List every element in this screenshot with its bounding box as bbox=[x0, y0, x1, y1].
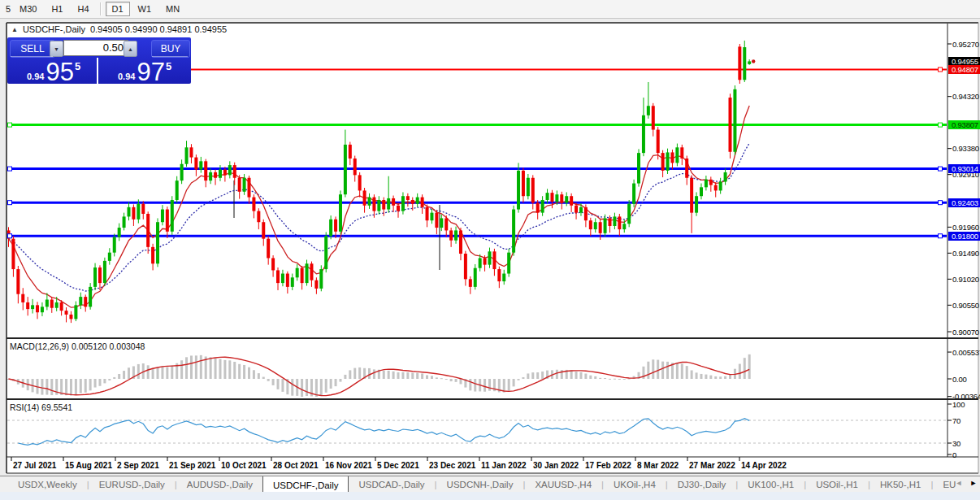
tab-usdchf-daily[interactable]: USDCHF-,Daily bbox=[262, 476, 349, 493]
level-handle bbox=[939, 123, 943, 127]
date-tick-label: 16 Nov 2021 bbox=[325, 461, 372, 470]
rsi-tick-label: 100 bbox=[952, 400, 965, 409]
tab-uk100-h1[interactable]: UK100-,H1 bbox=[738, 476, 804, 493]
level-handle bbox=[8, 167, 12, 171]
chart-ohlc-values: 0.94905 0.94990 0.94891 0.94955 bbox=[90, 24, 227, 34]
collapse-icon[interactable]: ▲ bbox=[11, 26, 18, 33]
level-handle bbox=[939, 67, 943, 72]
tab-ukoil-h4[interactable]: UKOil-,H4 bbox=[604, 476, 666, 493]
volume-increase-button[interactable]: ▲ bbox=[124, 41, 137, 57]
status-strip bbox=[0, 492, 980, 500]
rsi-tick-label: 70 bbox=[952, 416, 960, 425]
price-tick-label: 0.90550 bbox=[952, 301, 979, 310]
bid-prefix: 0.94 bbox=[27, 72, 44, 81]
ask-prefix: 0.94 bbox=[118, 72, 135, 81]
sell-button[interactable]: SELL bbox=[10, 40, 55, 58]
date-tick-label: 30 Jan 2022 bbox=[533, 461, 579, 470]
macd-values: 0.005120 0.003048 bbox=[72, 341, 145, 351]
date-tick-label: 17 Feb 2022 bbox=[585, 461, 631, 470]
level-badge-green: 0.93807 bbox=[948, 120, 980, 129]
buy-groove bbox=[152, 56, 188, 57]
date-tick-label: 14 Apr 2022 bbox=[741, 461, 787, 470]
date-tick-label: 15 Aug 2021 bbox=[65, 461, 112, 470]
ask-sup-digit: 5 bbox=[166, 60, 171, 72]
level-handle bbox=[8, 201, 12, 205]
tab-audusd-daily[interactable]: AUDUSD-,Daily bbox=[177, 476, 262, 493]
volume-input[interactable]: 0.50 bbox=[63, 40, 128, 56]
date-tick-label: 10 Oct 2021 bbox=[221, 461, 267, 470]
tab-usdcnh-daily[interactable]: USDCNH-,Daily bbox=[437, 476, 523, 493]
rsi-value: 69.5541 bbox=[41, 402, 72, 412]
tab-scroll-left-button[interactable]: ◄ bbox=[954, 477, 964, 489]
date-tick-label: 23 Dec 2021 bbox=[429, 461, 475, 470]
price-tick-label: 0.91020 bbox=[952, 275, 979, 284]
tab-eurusd-daily[interactable]: EURUSD-,Daily bbox=[89, 476, 175, 493]
level-handle bbox=[939, 167, 943, 171]
macd-tick-label: 0.00 bbox=[952, 375, 967, 384]
date-tick-label: 27 Mar 2022 bbox=[689, 461, 735, 470]
tab-xauusd-h4[interactable]: XAUUSD-,H4 bbox=[525, 476, 601, 493]
macd-tick-label: 0.005537 bbox=[952, 348, 980, 357]
buy-button[interactable]: BUY bbox=[151, 40, 190, 58]
symbol-tabbar: USDX,Weekly|EURUSD-,Daily|AUDUSD-,DailyU… bbox=[0, 476, 980, 493]
ask-big-digits: 97 bbox=[137, 60, 164, 84]
spin-down-icon: ▼ bbox=[54, 46, 59, 52]
price-tick-label: 0.95270 bbox=[952, 40, 979, 49]
chart-title: ▲ USDCHF-,Daily 0.94905 0.94990 0.94891 … bbox=[11, 24, 227, 34]
level-handle bbox=[8, 123, 12, 127]
level-handle bbox=[939, 201, 943, 205]
tab-hk50-h1[interactable]: HK50-,H1 bbox=[870, 476, 931, 493]
chart-symbol-label: USDCHF-,Daily bbox=[23, 24, 85, 34]
bid-big-digits: 95 bbox=[46, 60, 73, 84]
date-tick-label: 27 Jul 2021 bbox=[13, 461, 56, 470]
price-tick-label: 0.91490 bbox=[952, 249, 979, 258]
tab-scroll-arrows: ◄ ► bbox=[954, 477, 978, 489]
date-tick-label: 2 Sep 2021 bbox=[117, 461, 159, 470]
tab-usoil-h1[interactable]: USOil-,H1 bbox=[806, 476, 868, 493]
price-tick-label: 0.94320 bbox=[952, 92, 979, 101]
tab-usdcad-daily[interactable]: USDCAD-,Daily bbox=[349, 476, 434, 493]
level-badge-blue-1: 0.93014 bbox=[948, 164, 980, 173]
sell-groove bbox=[11, 56, 53, 57]
last-price-marker bbox=[752, 59, 755, 63]
ask-price-display[interactable]: 0.94975 bbox=[118, 58, 171, 84]
bid-ask-divider bbox=[97, 58, 98, 84]
rsi-indicator-label: RSI(14) 69.5541 bbox=[10, 402, 72, 412]
price-tick-label: 0.93380 bbox=[952, 144, 979, 153]
level-handle bbox=[939, 234, 943, 238]
date-tick-label: 28 Oct 2021 bbox=[273, 461, 319, 470]
date-tick-label: 21 Sep 2021 bbox=[169, 461, 215, 470]
level-handle bbox=[8, 234, 12, 238]
level-badge-blue-3: 0.91800 bbox=[948, 232, 980, 241]
bid-sup-digit: 5 bbox=[75, 60, 80, 72]
spin-up-icon: ▲ bbox=[128, 46, 133, 52]
price-tick-label: 0.91960 bbox=[952, 223, 979, 232]
volume-decrease-button[interactable]: ▼ bbox=[50, 41, 63, 57]
level-badge-blue-2: 0.92403 bbox=[948, 198, 980, 207]
one-click-trade-panel: SELL ▼ 0.50 ▲ BUY 0.94955 0.94975 bbox=[7, 37, 191, 84]
rsi-tick-label: 30 bbox=[952, 439, 960, 448]
date-tick-label: 8 Mar 2022 bbox=[637, 461, 679, 470]
tab-scroll-right-button[interactable]: ► bbox=[969, 477, 978, 489]
level-badge-red: 0.94807 bbox=[948, 65, 980, 74]
date-tick-label: 11 Jan 2022 bbox=[481, 461, 527, 470]
tab-dj30-daily[interactable]: DJ30-,Daily bbox=[668, 476, 735, 493]
rsi-tick-label: 0 bbox=[952, 450, 956, 459]
macd-indicator-label: MACD(12,26,9) 0.005120 0.003048 bbox=[10, 341, 145, 351]
price-tick-label: 0.90070 bbox=[952, 328, 979, 337]
date-tick-label: 5 Dec 2021 bbox=[377, 461, 419, 470]
bid-price-display[interactable]: 0.94955 bbox=[27, 58, 80, 84]
tab-usdx-weekly[interactable]: USDX,Weekly bbox=[8, 476, 87, 493]
